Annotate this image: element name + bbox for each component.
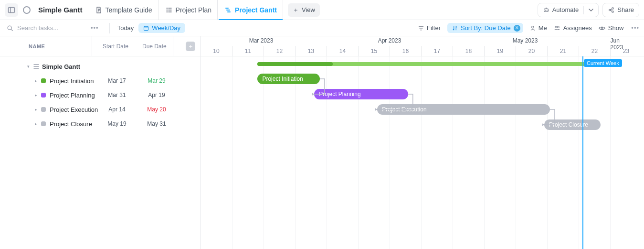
list-status-icon[interactable]: [20, 3, 33, 17]
page-title: Simple Gantt: [38, 6, 83, 14]
gantt-bar[interactable]: Project Planning: [314, 89, 408, 99]
sort-chip[interactable]: Sort By: Due Date ✕: [447, 23, 523, 33]
task-start: Apr 14: [103, 106, 131, 113]
gridline: [547, 56, 548, 249]
column-due[interactable]: Due Date: [142, 43, 167, 50]
gridlines: [201, 56, 644, 249]
show-button[interactable]: Show: [599, 24, 624, 32]
timeline-header: Mar 2023Apr 2023May 2023Jun 2023 1011121…: [201, 36, 644, 56]
gantt-bar[interactable]: Project Initiation: [257, 74, 320, 84]
svg-point-16: [601, 27, 603, 29]
gridline: [327, 56, 327, 249]
svg-point-4: [547, 10, 548, 11]
gridline: [516, 56, 516, 249]
column-separator: [132, 36, 132, 56]
assignees-label: Assignees: [563, 24, 592, 32]
month-label: Mar 2023: [249, 37, 274, 44]
week-cells: 1011121314151617181920212223: [201, 46, 644, 56]
top-bar: Simple Gantt Template Guide Project Plan…: [0, 0, 644, 20]
eye-icon: [599, 25, 605, 31]
tab-project-gantt[interactable]: Project Gantt: [219, 0, 283, 20]
granularity-button[interactable]: Week/Day: [138, 23, 185, 33]
task-row[interactable]: ▸ Project Planning Mar 31 Apr 19: [0, 88, 200, 102]
doc-view-icon: [95, 6, 103, 14]
assignees-button[interactable]: Assignees: [554, 24, 592, 32]
sort-field: Due Date: [485, 24, 511, 32]
share-icon: [608, 7, 614, 13]
add-view-label: View: [302, 6, 315, 13]
chevron-down-icon: [589, 8, 593, 12]
status-dot: [41, 121, 46, 126]
search-box[interactable]: [5, 24, 85, 32]
gantt-bar[interactable]: Project Execution: [377, 104, 550, 115]
task-group-row[interactable]: ▾ Simple Gantt: [0, 59, 200, 74]
task-row[interactable]: ▸ Project Execution Apr 14 May 20: [0, 102, 200, 117]
automate-dropdown[interactable]: [584, 3, 598, 17]
more-search-options[interactable]: •••: [91, 24, 99, 32]
svg-point-6: [609, 9, 611, 11]
sort-icon: [452, 25, 458, 31]
task-due: Mar 29: [142, 77, 171, 84]
gridline: [484, 56, 485, 249]
me-label: Me: [538, 24, 547, 32]
search-input[interactable]: [16, 24, 83, 32]
tab-project-plan[interactable]: Project Plan: [159, 0, 218, 20]
calendar-icon: [143, 25, 149, 31]
column-start[interactable]: Start Date: [103, 43, 128, 50]
gridline: [295, 56, 296, 249]
status-dot: [41, 78, 46, 83]
task-row[interactable]: ▸ Project Initiation Mar 17 Mar 29: [0, 74, 200, 88]
add-view-button[interactable]: ＋ View: [288, 3, 320, 17]
gantt-timeline[interactable]: Mar 2023Apr 2023May 2023Jun 2023 1011121…: [201, 36, 644, 249]
chevron-down-icon[interactable]: ▾: [26, 64, 31, 69]
task-start: Mar 17: [103, 77, 131, 84]
automate-button[interactable]: Automate: [538, 3, 599, 17]
chevron-right-icon[interactable]: ▸: [33, 78, 38, 83]
svg-point-9: [8, 26, 11, 30]
tab-label: Project Plan: [176, 6, 211, 14]
gridline: [421, 56, 422, 249]
gridline: [610, 56, 611, 249]
task-tree: ▾ Simple Gantt ▸ Project Initiation Mar …: [0, 56, 200, 131]
week-cell: 11: [232, 46, 264, 56]
clear-sort-button[interactable]: ✕: [514, 25, 520, 32]
more-actions-icon[interactable]: •••: [631, 24, 639, 32]
list-icon: [33, 64, 39, 69]
svg-rect-0: [9, 7, 15, 12]
chevron-right-icon[interactable]: ▸: [33, 107, 38, 112]
chevron-right-icon[interactable]: ▸: [33, 93, 38, 97]
svg-point-13: [532, 26, 534, 28]
me-button[interactable]: Me: [530, 24, 547, 32]
add-column-button[interactable]: ＋: [186, 42, 195, 51]
gridline: [232, 56, 232, 249]
column-separator: [173, 36, 173, 56]
timeline-body: Project InitiationProject PlanningProjec…: [201, 56, 644, 249]
tab-template-guide[interactable]: Template Guide: [89, 0, 158, 20]
current-week-line: [582, 56, 583, 249]
chevron-right-icon[interactable]: ▸: [33, 121, 38, 126]
filter-button[interactable]: Filter: [418, 24, 441, 32]
gridline: [453, 56, 453, 249]
gridline: [579, 56, 579, 249]
week-cell: 15: [358, 46, 390, 56]
week-cell: 18: [453, 46, 484, 56]
task-name: Project Initiation: [50, 77, 94, 85]
circle-icon: [23, 6, 31, 14]
task-due: May 31: [142, 120, 171, 127]
svg-point-14: [555, 26, 557, 28]
task-due: May 20: [142, 106, 171, 113]
task-start: Mar 31: [103, 92, 131, 98]
automate-label: Automate: [552, 6, 579, 13]
week-cell: 10: [201, 46, 232, 56]
tab-label: Template Guide: [106, 6, 152, 14]
gantt-bar[interactable]: Project Closure: [544, 119, 601, 130]
week-cell: 21: [547, 46, 579, 56]
toggle-sidebar-button[interactable]: [5, 3, 18, 17]
task-row[interactable]: ▸ Project Closure May 19 May 31: [0, 117, 200, 131]
share-button[interactable]: Share: [602, 3, 639, 17]
week-cell: 17: [421, 46, 453, 56]
filter-icon: [418, 25, 424, 31]
svg-point-3: [545, 10, 546, 11]
today-button[interactable]: Today: [115, 24, 137, 32]
summary-bar[interactable]: [257, 62, 600, 66]
